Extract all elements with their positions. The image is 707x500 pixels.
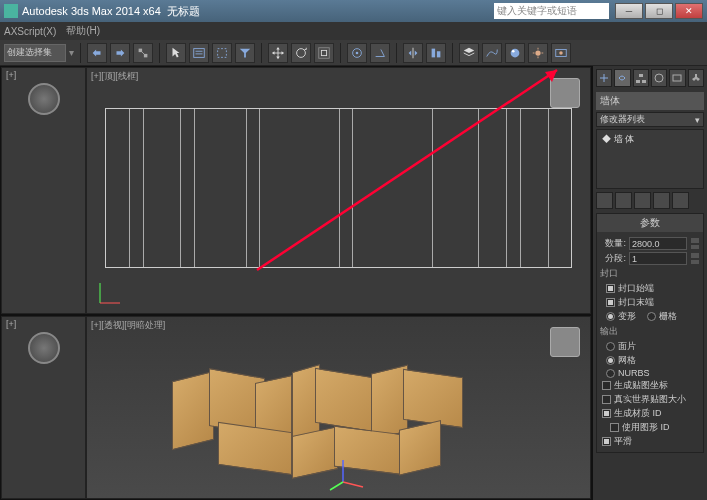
rollout-header[interactable]: 参数 bbox=[597, 214, 703, 232]
viewcube-icon[interactable] bbox=[550, 78, 580, 108]
spinner-buttons[interactable] bbox=[690, 252, 700, 265]
svg-rect-27 bbox=[639, 74, 643, 77]
tab-create[interactable] bbox=[596, 69, 612, 87]
maximize-button[interactable]: ◻ bbox=[645, 3, 673, 19]
rotate-icon[interactable] bbox=[291, 43, 311, 63]
rollout-parameters: 参数 数量: 2800.0 分段: 1 封口 封口始端 封口末端 变形 栅格 输… bbox=[596, 213, 704, 453]
select-icon[interactable] bbox=[166, 43, 186, 63]
configure-sets-icon[interactable] bbox=[672, 192, 689, 209]
mirror-icon[interactable] bbox=[403, 43, 423, 63]
wireframe-model bbox=[105, 108, 572, 268]
viewport-bottom-left[interactable]: [+] bbox=[1, 316, 86, 499]
check-smooth[interactable] bbox=[602, 437, 611, 446]
make-unique-icon[interactable] bbox=[634, 192, 651, 209]
angle-snap-icon[interactable] bbox=[370, 43, 390, 63]
svg-point-19 bbox=[535, 50, 540, 55]
svg-rect-10 bbox=[321, 50, 326, 55]
move-icon[interactable] bbox=[268, 43, 288, 63]
align-icon[interactable] bbox=[426, 43, 446, 63]
render-icon[interactable] bbox=[551, 43, 571, 63]
svg-rect-16 bbox=[437, 51, 441, 57]
svg-line-25 bbox=[343, 482, 363, 487]
render-setup-icon[interactable] bbox=[528, 43, 548, 63]
file-name: 无标题 bbox=[167, 5, 200, 17]
app-icon bbox=[4, 4, 18, 18]
object-name-field[interactable]: 墙体 bbox=[596, 92, 704, 110]
redo-icon[interactable] bbox=[110, 43, 130, 63]
menu-bar: AXScript(X) 帮助(H) bbox=[0, 22, 707, 40]
radio-grid[interactable] bbox=[647, 312, 656, 321]
app-title: Autodesk 3ds Max 2014 x64 bbox=[22, 5, 161, 17]
undo-icon[interactable] bbox=[87, 43, 107, 63]
svg-rect-6 bbox=[218, 48, 227, 57]
amount-label: 数量: bbox=[600, 237, 626, 250]
svg-rect-15 bbox=[432, 48, 436, 57]
segments-label: 分段: bbox=[600, 252, 626, 265]
check-cap-start[interactable] bbox=[606, 284, 615, 293]
link-icon[interactable] bbox=[133, 43, 153, 63]
amount-spinner[interactable]: 2800.0 bbox=[629, 237, 687, 250]
title-bar: Autodesk 3ds Max 2014 x64 无标题 键入关键字或短语 ─… bbox=[0, 0, 707, 22]
select-name-icon[interactable] bbox=[189, 43, 209, 63]
scale-icon[interactable] bbox=[314, 43, 334, 63]
radio-mesh[interactable] bbox=[606, 356, 615, 365]
axis-gizmo-icon bbox=[95, 278, 125, 308]
check-use-shape-ids[interactable] bbox=[610, 423, 619, 432]
help-search-input[interactable]: 键入关键字或短语 bbox=[494, 3, 609, 19]
dropdown-arrow-icon: ▾ bbox=[69, 47, 74, 58]
viewport-area: [+] [+][顶][线框] [+] bbox=[0, 66, 592, 500]
curve-editor-icon[interactable] bbox=[482, 43, 502, 63]
viewport-perspective[interactable]: [+][透视][明暗处理] bbox=[86, 316, 591, 499]
minimize-button[interactable]: ─ bbox=[615, 3, 643, 19]
svg-rect-28 bbox=[636, 80, 640, 83]
output-group-label: 输出 bbox=[600, 325, 700, 338]
snap-icon[interactable] bbox=[347, 43, 367, 63]
pin-stack-icon[interactable] bbox=[596, 192, 613, 209]
svg-rect-3 bbox=[194, 48, 205, 57]
viewcube-icon[interactable] bbox=[28, 83, 60, 115]
select-region-icon[interactable] bbox=[212, 43, 232, 63]
show-end-result-icon[interactable] bbox=[615, 192, 632, 209]
svg-rect-29 bbox=[642, 80, 646, 83]
check-gen-coords[interactable] bbox=[602, 381, 611, 390]
radio-morph[interactable] bbox=[606, 312, 615, 321]
tab-utilities[interactable] bbox=[688, 69, 704, 87]
tab-display[interactable] bbox=[669, 69, 685, 87]
check-gen-matids[interactable] bbox=[602, 409, 611, 418]
remove-modifier-icon[interactable] bbox=[653, 192, 670, 209]
tab-motion[interactable] bbox=[651, 69, 667, 87]
check-cap-end[interactable] bbox=[606, 298, 615, 307]
command-panel: 墙体 修改器列表▾ ◆ 墙 体 参数 数量: 2800.0 分段: 1 bbox=[592, 66, 707, 500]
selection-set-dropdown[interactable]: 创建选择集 bbox=[4, 44, 66, 62]
svg-rect-11 bbox=[319, 47, 330, 58]
viewport-top-left[interactable]: [+] bbox=[1, 67, 86, 314]
svg-point-30 bbox=[655, 74, 663, 82]
close-button[interactable]: ✕ bbox=[675, 3, 703, 19]
svg-line-26 bbox=[330, 482, 343, 490]
tab-modify[interactable] bbox=[614, 69, 630, 87]
tab-hierarchy[interactable] bbox=[633, 69, 649, 87]
modifier-list-dropdown[interactable]: 修改器列表▾ bbox=[596, 112, 704, 127]
menu-help[interactable]: 帮助(H) bbox=[66, 24, 100, 38]
segments-spinner[interactable]: 1 bbox=[629, 252, 687, 265]
material-editor-icon[interactable] bbox=[505, 43, 525, 63]
svg-point-13 bbox=[356, 51, 359, 54]
svg-point-17 bbox=[511, 48, 520, 57]
cap-group-label: 封口 bbox=[600, 267, 700, 280]
radio-patch[interactable] bbox=[606, 342, 615, 351]
spinner-buttons[interactable] bbox=[690, 237, 700, 250]
main-toolbar: 创建选择集 ▾ bbox=[0, 40, 707, 66]
modifier-stack[interactable]: ◆ 墙 体 bbox=[596, 129, 704, 189]
svg-line-2 bbox=[141, 51, 145, 55]
radio-nurbs[interactable] bbox=[606, 369, 615, 378]
svg-rect-31 bbox=[673, 75, 681, 81]
svg-point-18 bbox=[512, 49, 515, 52]
svg-point-21 bbox=[559, 51, 563, 55]
viewcube-icon[interactable] bbox=[28, 332, 60, 364]
filter-icon[interactable] bbox=[235, 43, 255, 63]
menu-maxscript[interactable]: AXScript(X) bbox=[4, 26, 56, 37]
axis-gizmo-icon bbox=[328, 452, 368, 492]
check-real-world[interactable] bbox=[602, 395, 611, 404]
viewport-top-wireframe[interactable]: [+][顶][线框] bbox=[86, 67, 591, 314]
layers-icon[interactable] bbox=[459, 43, 479, 63]
